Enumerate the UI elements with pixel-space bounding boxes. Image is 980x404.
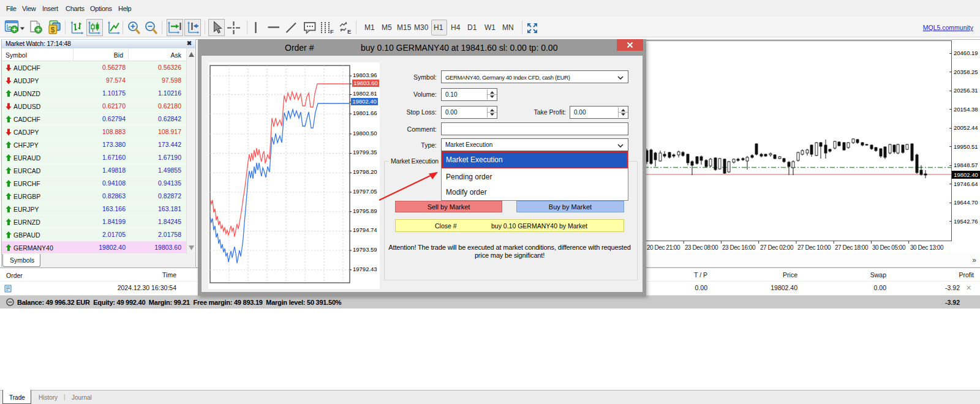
svg-text:$: $: [51, 26, 55, 34]
svg-text:F: F: [330, 28, 334, 35]
svg-text:E: E: [347, 28, 351, 35]
